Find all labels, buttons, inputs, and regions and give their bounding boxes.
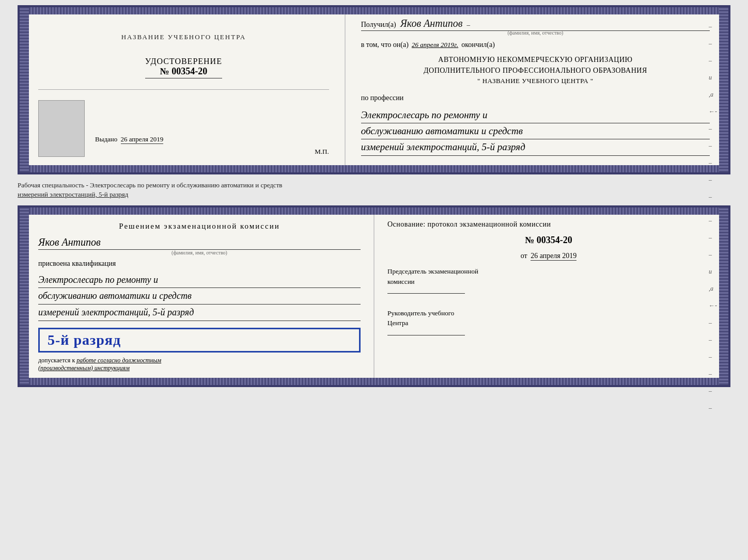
left-bottom-area: Выдано 26 апреля 2019 М.П. [38,100,329,157]
qual-line3: измерений электростанций, 5-й разряд [38,305,361,321]
org-block: АВТОНОМНУЮ НЕКОММЕРЧЕСКУЮ ОРГАНИЗАЦИЮ ДО… [361,54,710,86]
r-mark6: – [709,336,717,344]
org-line1: АВТОНОМНУЮ НЕКОММЕРЧЕСКУЮ ОРГАНИЗАЦИЮ [361,54,710,65]
ot-date: 26 апреля 2019 [531,252,576,261]
r-mark9: – [709,387,717,395]
bottom-right-marks: – – – и ,а ←- – – – – – – [709,217,717,412]
bottom-book-top-texture [20,207,728,215]
po-professii-label: по профессии [361,94,710,102]
okonchil-label: окончил(а) [461,41,495,49]
bottom-recipient-name: Яков Антипов [38,236,361,250]
cert-number: № 00354-20 [145,66,222,78]
left-spine-texture [20,7,29,172]
certificate-top-book: НАЗВАНИЕ УЧЕБНОГО ЦЕНТРА УДОСТОВЕРЕНИЕ №… [18,5,730,174]
top-right-page: Получил(а) Яков Антипов – (фамилия, имя,… [346,7,728,172]
r-mark1: – [709,217,717,225]
prisvoena-label: присвоена квалификация [38,260,361,268]
bottom-book-left-spine [20,207,29,385]
top-border-texture [20,7,728,14]
rukovoditel-sig-line [387,335,465,335]
r-mark8: – [709,370,717,378]
right-spine-texture [719,7,728,172]
rukovoditel-block: Руководитель учебного Центра [387,308,710,339]
dopuskaetsya-line2: (производственным) инструкциям [38,364,130,372]
r-mark4: ←- [709,302,717,310]
rukovoditel-label: Руководитель учебного [387,308,710,318]
r-mark-a: ,а [709,285,717,293]
photo-placeholder [38,100,85,157]
dopuskaetsya-block: допускается к работе согласно должностны… [38,357,361,372]
chairman-block: Председатель экзаменационной комиссии [387,266,710,297]
certificate-bottom-book: Решением экзаменационной комиссии Яков А… [18,205,730,387]
top-left-page: НАЗВАНИЕ УЧЕБНОГО ЦЕНТРА УДОСТОВЕРЕНИЕ №… [20,7,346,172]
mp-label: М.П. [315,148,329,156]
separator-line2: измерений электростанций, 5-й разряд [18,190,128,198]
vtom-date: 26 апреля 2019г. [412,41,458,49]
recipient-block: Получил(а) Яков Антипов – (фамилия, имя,… [361,18,710,36]
mark3: – [709,57,717,65]
mark9: – [709,193,717,201]
mark6: – [709,142,717,150]
ot-prefix: от [521,252,527,260]
separator-line1: Рабочая специальность - Электрослесарь п… [18,181,282,189]
mark2: – [709,40,717,47]
recipient-name: Яков Антипов [400,18,463,29]
rank-badge: 5-й разряд [38,328,361,353]
qual-line1: Электрослесарь по ремонту и [38,272,361,289]
vtom-block: в том, что он(а) 26 апреля 2019г. окончи… [361,41,710,49]
mark5: – [709,125,717,133]
bottom-book-bottom-texture [20,378,728,385]
chairman-label: Председатель экзаменационной [387,266,710,277]
r-mark-i: и [709,268,717,276]
r-mark7: – [709,353,717,361]
protocol-number: № 00354-20 [387,235,710,246]
chairman-sig-line [387,293,465,294]
profession-line1: Электрослесарь по ремонту и [361,107,710,123]
org-title-left: НАЗВАНИЕ УЧЕБНОГО ЦЕНТРА [121,33,246,41]
mark8: – [709,176,717,184]
mark-a: ,а [709,91,717,99]
qual-line2: обслуживанию автоматики и средств [38,288,361,305]
mark-i: и [709,74,717,82]
profession-line2: обслуживанию автоматики и средств [361,123,710,139]
udost-label: УДОСТОВЕРЕНИЕ [145,57,222,66]
bottom-book-right-spine [719,207,728,385]
vydano-prefix: Выдано [95,135,117,143]
org-line2: ДОПОЛНИТЕЛЬНОГО ПРОФЕССИОНАЛЬНОГО ОБРАЗО… [361,65,710,76]
r-mark5: – [709,319,717,327]
profession-block: Электрослесарь по ремонту и обслуживанию… [361,107,710,156]
r-mark2: – [709,234,717,242]
mark7: – [709,159,717,167]
cert-label-block: УДОСТОВЕРЕНИЕ № 00354-20 [145,57,222,78]
chairman-label2: комиссии [387,277,710,287]
bottom-border-texture [20,165,728,172]
fio-hint-top: (фамилия, имя, отчество) [361,30,710,36]
osnovanie-text: Основание: протокол экзаменационной коми… [387,220,710,229]
vydano-block: Выдано 26 апреля 2019 [95,135,329,143]
poluchil-prefix: Получил(а) [361,21,396,29]
profession-line3: измерений электростанций, 5-й разряд [361,139,710,155]
dopuskaetsya-prefix: допускается к [38,357,75,364]
bottom-fio-hint: (фамилия, имя, отчество) [38,250,361,255]
rukovoditel-label2: Центра [387,318,710,328]
bottom-right-page: Основание: протокол экзаменационной коми… [375,207,728,385]
r-mark10: – [709,404,717,412]
mark4: ←- [709,108,717,116]
rank-text: 5-й разряд [48,332,121,348]
mark1: – [709,23,717,30]
decision-title: Решением экзаменационной комиссии [38,220,361,232]
dopuskaetsya-value: работе согласно должностным [76,357,161,364]
right-edge-marks: – – – и ,а ←- – – – – – [709,23,717,201]
ot-date-block: от 26 апреля 2019 [387,252,710,260]
bottom-name-block: Яков Антипов (фамилия, имя, отчество) [38,236,361,255]
r-mark3: – [709,251,717,259]
qual-block: Электрослесарь по ремонту и обслуживанию… [38,272,361,321]
org-name: " НАЗВАНИЕ УЧЕБНОГО ЦЕНТРА " [361,76,710,86]
bottom-left-page: Решением экзаменационной комиссии Яков А… [20,207,375,385]
vydano-date: 26 апреля 2019 [121,135,164,144]
separator-block: Рабочая специальность - Электрослесарь п… [18,179,730,201]
vtom-prefix: в том, что он(а) [361,41,409,49]
